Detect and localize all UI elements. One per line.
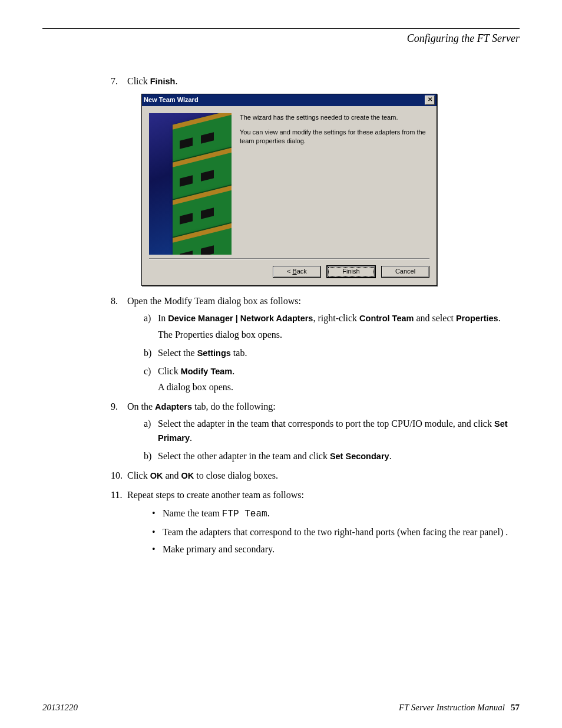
footer-manual: FT Server Instruction Manual57: [399, 703, 520, 713]
wizard-dialog: New Team Wizard ✕ The wizard has the set…: [141, 94, 437, 286]
step-9: 9. On the Adapters tab, do the following…: [111, 400, 514, 463]
step-11-bullet-2: Team the adapters that correspond to the…: [152, 525, 514, 539]
page-number: 57: [511, 703, 520, 712]
dialog-titlebar: New Team Wizard ✕: [142, 94, 437, 106]
step-8-num: 8.: [111, 294, 118, 308]
step-9a: a) Select the adapter in the team that c…: [144, 417, 514, 444]
dialog-text: The wizard has the settings needed to cr…: [240, 113, 429, 255]
dialog-buttons: < Back Finish Cancel: [142, 259, 437, 285]
step-11: 11. Repeat steps to create another team …: [111, 488, 514, 556]
finish-button[interactable]: Finish: [326, 265, 376, 278]
step-9-num: 9.: [111, 400, 118, 413]
dialog-title: New Team Wizard: [144, 95, 199, 105]
page-footer: 20131220 FT Server Instruction Manual57: [42, 703, 520, 713]
step-11-num: 11.: [111, 488, 122, 502]
step-8c: c) Click Modify Team. A dialog box opens…: [144, 364, 514, 394]
step-7: 7. Click Finish. New Team Wizard ✕: [111, 74, 514, 286]
step-8: 8. Open the Modify Team dialog box as fo…: [111, 294, 514, 394]
footer-date: 20131220: [42, 703, 78, 713]
step-8-text: Open the Modify Team dialog box as follo…: [127, 296, 301, 306]
step-10-num: 10.: [111, 469, 123, 482]
close-button[interactable]: ✕: [425, 95, 435, 105]
step-10: 10. Click OK and OK to close dialog boxe…: [111, 469, 514, 482]
wizard-graphic: [149, 113, 232, 255]
cancel-button[interactable]: Cancel: [381, 266, 429, 278]
back-button[interactable]: < Back: [273, 266, 321, 278]
step-8a: a) In Device Manager | Network Adapters,…: [144, 311, 514, 341]
step-7-num: 7.: [111, 74, 118, 88]
running-head: Configuring the FT Server: [42, 32, 520, 45]
step-11-bullet-3: Make primary and secondary.: [152, 542, 514, 556]
finish-label: Finish: [150, 77, 176, 86]
step-11-bullet-1: Name the team FTP Team.: [152, 506, 514, 521]
step-7-text: Click Finish.: [127, 76, 177, 86]
step-9b: b) Select the other adapter in the team …: [144, 449, 514, 463]
step-8b: b) Select the Settings tab.: [144, 346, 514, 360]
